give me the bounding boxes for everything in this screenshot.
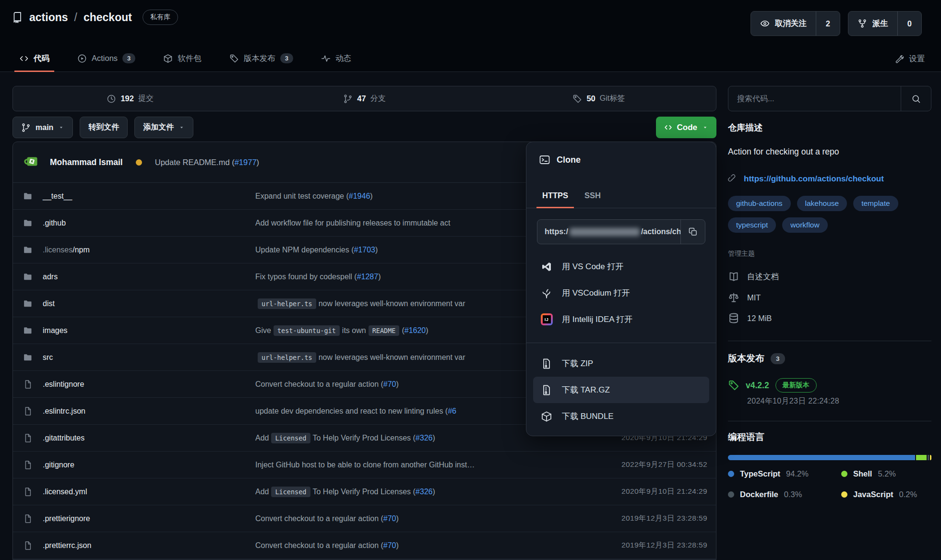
topic-pill[interactable]: lakehouse [797,196,847,211]
file-type-icon [23,460,35,470]
watchers-count[interactable]: 2 [816,12,840,36]
unwatch-button[interactable]: 取消关注 2 [750,11,840,36]
issue-link[interactable]: #1977 [235,158,257,167]
file-name-link[interactable]: adrs [43,273,58,281]
author-avatar[interactable] [23,153,41,171]
tab-ssh[interactable]: SSH [579,184,607,208]
license-link[interactable]: MIT [728,289,931,306]
issue-link[interactable]: #1620 [405,326,426,335]
issue-link[interactable]: #1287 [357,273,379,281]
file-name-link[interactable]: src [43,353,53,362]
file-name-link[interactable]: .github [43,219,66,227]
languages-title: 编程语言 [728,431,931,443]
topic-pill[interactable]: template [853,196,898,211]
tab-https[interactable]: HTTPS [536,184,574,208]
issue-link[interactable]: #1946 [349,192,370,201]
forks-count[interactable]: 0 [897,12,921,36]
code-chip: url-helper.ts [258,298,316,309]
file-name-link[interactable]: images [43,326,68,335]
message-text: Convert checkout to a regular action ( [255,541,383,550]
tag-icon [229,54,239,63]
description-title: 仓库描述 [728,122,931,133]
readme-link[interactable]: 自述文档 [728,269,931,285]
commit-author[interactable]: Mohammad Ismail [50,157,123,167]
repo-owner-link[interactable]: actions [29,11,68,24]
file-name-link[interactable]: .gitattributes [43,434,84,442]
topic-pill[interactable]: workflow [782,217,827,233]
code-chip: test-ubuntu-git [274,325,340,336]
zip-icon [540,358,553,369]
language-dot [728,491,734,498]
tags-stat[interactable]: 50Git标签 [482,86,716,111]
search-button[interactable] [901,86,931,111]
issue-link[interactable]: #70 [383,380,396,389]
file-name-link[interactable]: .eslintrc.json [43,407,85,416]
issue-link[interactable]: #1703 [354,246,375,254]
visibility-badge: 私有库 [143,10,178,25]
menu-item-idea[interactable]: IJ用 Intellij IDEA 打开 [533,306,709,333]
topic-pill[interactable]: typescript [728,217,776,233]
file-row[interactable]: .gitignore Inject GitHub host to be able… [13,452,716,478]
tab-activity[interactable]: 动态 [316,46,356,72]
website-row: https://github.com/actions/checkout [728,174,931,184]
file-name-link[interactable]: __test__ [43,192,72,201]
file-name-link[interactable]: .prettierignore [43,514,90,523]
file-name-link[interactable]: dist [43,299,55,308]
tab-releases[interactable]: 版本发布 3 [225,46,298,72]
topic-pill[interactable]: github-actions [728,196,791,211]
branches-stat[interactable]: 47分支 [247,86,481,111]
issue-link[interactable]: #6 [448,407,456,416]
issue-link[interactable]: #70 [383,514,396,523]
manage-topics-link[interactable]: 管理主题 [728,250,931,258]
tab-packages[interactable]: 软件包 [158,46,206,72]
clone-url-text[interactable]: https://actions/che [537,220,680,244]
fork-button[interactable]: 派生 0 [848,11,922,36]
issue-link[interactable]: #70 [383,541,396,550]
file-row[interactable]: .prettierignore Convert checkout to a re… [13,505,716,532]
file-row[interactable]: .prettierrc.json Convert checkout to a r… [13,532,716,559]
file-name-link[interactable]: .licensed.yml [43,488,87,496]
repo-header: actions / checkout 私有库 取消关注 2 派生 0 代码 Ac… [0,0,941,72]
menu-item-vscode[interactable]: 用 VS Code 打开 [533,253,709,280]
commit-status-icon[interactable] [136,159,142,166]
file-name-link[interactable]: .licenses/npm [43,246,90,254]
release-tag-link[interactable]: v4.2.2 [746,381,769,391]
tab-settings[interactable]: 设置 [894,46,925,72]
sidebar-divider [728,341,931,341]
issue-link[interactable]: #326 [416,488,433,496]
header-actions: 取消关注 2 派生 0 [750,11,922,36]
branch-icon [343,94,353,104]
code-button[interactable]: Code [656,117,717,138]
tab-code[interactable]: 代码 [14,46,54,72]
tab-actions[interactable]: Actions 3 [72,46,140,72]
language-bar [728,455,931,460]
file-commit-date: 2020年9月10日 21:24:29 [621,487,707,497]
menu-item-label: 用 VSCodium 打开 [562,287,630,298]
message-text: Inject GitHub host to be able to clone f… [255,461,475,469]
repo-name-link[interactable]: checkout [83,11,132,24]
menu-item-zip[interactable]: 下载 TAR.GZ [533,377,709,403]
website-link[interactable]: https://github.com/actions/checkout [744,174,884,184]
clone-url-field: https://actions/che [537,219,705,244]
branch-selector[interactable]: main [12,117,73,138]
unwatch-label: 取消关注 [775,18,807,29]
go-to-file-button[interactable]: 转到文件 [80,117,128,138]
message-text: ) [426,326,428,335]
add-file-button[interactable]: 添加文件 [134,117,193,138]
file-name-link[interactable]: .gitignore [43,461,74,469]
file-name-link[interactable]: .eslintignore [43,380,84,389]
file-name-link[interactable]: .prettierrc.json [43,541,91,550]
issue-link[interactable]: #326 [416,434,433,442]
menu-item-cube[interactable]: 下载 BUNDLE [533,403,709,429]
message-text: To Help Verify Prod Licenses ( [313,434,416,442]
message-text: Add workflow file for publishing release… [255,219,450,227]
menu-item-zip[interactable]: 下载 ZIP [533,350,709,377]
topic-list: github-actionslakehousetemplatetypescrip… [728,196,931,233]
message-text: now leverages well-known environment var [319,353,465,362]
code-search-input[interactable] [728,86,901,111]
file-row[interactable]: .licensed.yml Add Licensed To Help Verif… [13,478,716,505]
commits-stat[interactable]: 192提交 [13,86,247,111]
fork-label: 派生 [872,18,888,29]
menu-item-vscodium[interactable]: 用 VSCodium 打开 [533,280,709,306]
copy-url-button[interactable] [680,220,705,244]
